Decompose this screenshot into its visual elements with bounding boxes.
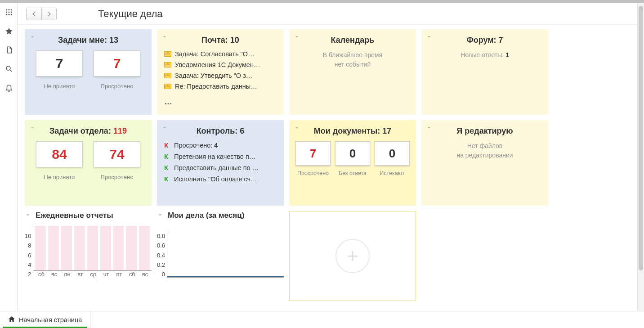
chevron-down-icon[interactable] <box>157 212 163 220</box>
bar <box>126 226 137 270</box>
tile-not-accepted[interactable]: 84 Не принято <box>36 141 83 180</box>
vertical-scrollbar[interactable] <box>637 3 644 311</box>
widget-my-docs: Мои документы: 17 7 Просрочено 0 Без отв… <box>289 120 416 206</box>
chevron-down-icon[interactable] <box>161 34 168 41</box>
control-item[interactable]: КИсполнить "Об оплате сч… <box>164 175 277 183</box>
bar <box>100 226 111 270</box>
empty-note: Нет файлов на редактировании <box>429 141 541 160</box>
widget-title: Мои документы: 17 <box>296 126 409 136</box>
line-chart: 0.80.60.40.20 <box>157 224 284 278</box>
svg-point-4 <box>8 12 9 13</box>
tile-label: Просрочено <box>94 174 140 180</box>
widget-tasks-me: Задачи мне: 13 7 Не принято 7 Просрочено <box>25 29 152 115</box>
chevron-down-icon[interactable] <box>29 34 36 41</box>
envelope-icon <box>164 84 171 89</box>
chevron-down-icon[interactable] <box>426 125 432 132</box>
svg-point-7 <box>8 14 9 15</box>
control-item[interactable]: КПросрочено: 4 <box>164 141 277 149</box>
footer-tabs: Начальная страница <box>0 311 644 328</box>
apps-grid-icon[interactable] <box>4 8 13 17</box>
k-icon: К <box>164 153 170 160</box>
tile-label: Без ответа <box>335 170 370 176</box>
history-nav <box>26 8 57 20</box>
tile-label: Просрочено <box>295 170 331 176</box>
tile-overdue[interactable]: 7 Просрочено <box>295 141 331 176</box>
tile-label: Не принято <box>36 174 83 180</box>
svg-point-1 <box>8 9 9 10</box>
bar <box>61 226 72 270</box>
k-icon: К <box>164 164 170 171</box>
tile-value: 84 <box>36 141 83 167</box>
home-icon <box>8 315 15 324</box>
page-title: Текущие дела <box>98 8 162 20</box>
tile-overdue[interactable]: 74 Просрочено <box>94 141 140 180</box>
document-icon[interactable] <box>4 45 13 54</box>
control-item[interactable]: КПретензия на качество п… <box>164 153 277 160</box>
tab-label: Начальная страница <box>19 316 82 324</box>
mail-item[interactable]: Уведомления 1С Докумен… <box>164 61 277 68</box>
empty-note: В ближайшее время нет событий <box>296 50 409 69</box>
tile-no-answer[interactable]: 0 Без ответа <box>335 141 370 176</box>
tile-label: Не принято <box>36 83 83 90</box>
bell-icon[interactable] <box>4 83 13 92</box>
chevron-down-icon[interactable] <box>161 125 168 132</box>
widget-forum: Форум: 7 Новые ответы: 1 <box>421 29 548 115</box>
mail-item[interactable]: Re: Предоставить данны… <box>164 83 277 90</box>
svg-point-0 <box>6 9 7 10</box>
chevron-down-icon[interactable] <box>29 125 36 132</box>
bar <box>35 226 46 270</box>
line-series <box>167 276 284 277</box>
widget-title: Почта: 10 <box>164 36 277 45</box>
widget-title: Календарь <box>296 36 409 45</box>
tile-value: 74 <box>94 141 140 167</box>
tile-label: Просрочено <box>94 83 140 90</box>
mail-item[interactable]: Задача: Утвердить "О з… <box>164 72 277 79</box>
chevron-down-icon[interactable] <box>426 34 432 41</box>
widget-title: Форум: 7 <box>429 36 541 45</box>
tile-expiring[interactable]: 0 Истекают <box>375 141 410 176</box>
envelope-icon <box>164 73 171 78</box>
widget-calendar: Календарь В ближайшее время нет событий <box>289 29 416 115</box>
page-header: Текущие дела <box>18 3 637 25</box>
widget-daily-reports: Ежедневные отчеты 108642 сбвспнвтсрчтптс… <box>25 211 152 301</box>
more-link[interactable]: … <box>164 97 277 107</box>
svg-point-6 <box>6 14 7 15</box>
widget-title: Мои дела (за месяц) <box>168 211 244 220</box>
scrollbar-thumb[interactable] <box>639 6 643 270</box>
back-button[interactable] <box>27 8 41 20</box>
widget-title: Задачи отдела: 119 <box>32 126 144 136</box>
plus-icon: + <box>335 239 370 273</box>
forward-button[interactable] <box>41 8 56 20</box>
tab-home[interactable]: Начальная страница <box>0 311 90 328</box>
bar <box>48 226 59 270</box>
tile-value: 7 <box>94 50 140 76</box>
mail-item[interactable]: Задача: Согласовать "О… <box>164 50 277 58</box>
search-icon[interactable] <box>4 64 13 73</box>
chevron-down-icon[interactable] <box>294 125 300 132</box>
chevron-down-icon[interactable] <box>294 34 300 41</box>
add-widget-button[interactable]: + <box>289 211 416 301</box>
svg-point-5 <box>10 12 12 13</box>
bar <box>113 226 124 270</box>
widget-tasks-dept: Задачи отдела: 119 84 Не принято 74 Прос… <box>25 120 152 206</box>
envelope-icon <box>164 62 171 67</box>
svg-point-3 <box>6 12 7 13</box>
tile-value: 0 <box>335 141 370 166</box>
chevron-down-icon[interactable] <box>25 212 31 220</box>
forum-answers[interactable]: Новые ответы: 1 <box>429 50 541 60</box>
widget-control: Контроль: 6 КПросрочено: 4 КПретензия на… <box>157 120 284 206</box>
widget-mail: Почта: 10 Задача: Согласовать "О… Уведом… <box>157 29 284 115</box>
bar <box>87 226 98 270</box>
k-icon: К <box>164 175 170 183</box>
bar <box>74 226 85 270</box>
left-sidebar <box>0 3 18 311</box>
tile-value: 7 <box>295 141 331 166</box>
widget-title: Я редактирую <box>429 126 541 136</box>
star-icon[interactable] <box>4 27 13 36</box>
envelope-icon <box>164 51 171 57</box>
control-item[interactable]: КПредоставить данные по … <box>164 164 277 171</box>
widget-editing: Я редактирую Нет файлов на редактировани… <box>421 120 548 206</box>
tile-overdue[interactable]: 7 Просрочено <box>94 50 140 90</box>
tile-not-accepted[interactable]: 7 Не принято <box>36 50 83 90</box>
widget-title: Контроль: 6 <box>164 126 277 136</box>
